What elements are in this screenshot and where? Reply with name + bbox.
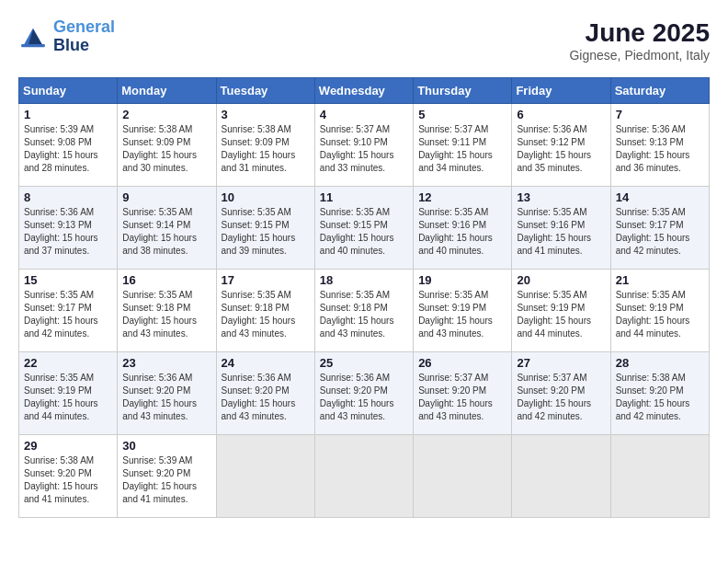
calendar-cell: 4Sunrise: 5:37 AM Sunset: 9:10 PM Daylig… — [314, 104, 413, 187]
weekday-header-saturday: Saturday — [610, 78, 709, 104]
day-number: 3 — [222, 108, 310, 121]
day-info: Sunrise: 5:36 AM Sunset: 9:13 PM Dayligh… — [24, 206, 112, 258]
weekday-header-thursday: Thursday — [414, 78, 512, 104]
day-info: Sunrise: 5:35 AM Sunset: 9:18 PM Dayligh… — [222, 289, 310, 340]
calendar-cell: 8Sunrise: 5:36 AM Sunset: 9:13 PM Daylig… — [19, 187, 118, 270]
day-info: Sunrise: 5:35 AM Sunset: 9:18 PM Dayligh… — [122, 289, 210, 340]
weekday-header-tuesday: Tuesday — [216, 78, 314, 104]
day-info: Sunrise: 5:35 AM Sunset: 9:15 PM Dayligh… — [320, 206, 408, 258]
day-number: 16 — [122, 273, 210, 287]
calendar-cell: 25Sunrise: 5:36 AM Sunset: 9:20 PM Dayli… — [314, 352, 413, 435]
calendar-cell: 23Sunrise: 5:36 AM Sunset: 9:20 PM Dayli… — [118, 352, 216, 435]
day-number: 25 — [320, 356, 408, 370]
calendar-cell: 30Sunrise: 5:39 AM Sunset: 9:20 PM Dayli… — [118, 435, 216, 518]
day-info: Sunrise: 5:37 AM Sunset: 9:10 PM Dayligh… — [320, 123, 408, 175]
day-info: Sunrise: 5:35 AM Sunset: 9:19 PM Dayligh… — [517, 289, 605, 340]
day-number: 5 — [418, 108, 506, 121]
calendar-cell: 5Sunrise: 5:37 AM Sunset: 9:11 PM Daylig… — [414, 104, 512, 187]
calendar-cell: 17Sunrise: 5:35 AM Sunset: 9:18 PM Dayli… — [216, 270, 314, 352]
calendar-cell: 26Sunrise: 5:37 AM Sunset: 9:20 PM Dayli… — [414, 352, 512, 435]
day-number: 24 — [222, 356, 310, 370]
logo-icon — [18, 22, 48, 52]
day-info: Sunrise: 5:38 AM Sunset: 9:09 PM Dayligh… — [122, 123, 210, 175]
calendar-cell: 3Sunrise: 5:38 AM Sunset: 9:09 PM Daylig… — [216, 104, 314, 187]
calendar-cell: 27Sunrise: 5:37 AM Sunset: 9:20 PM Dayli… — [512, 352, 610, 435]
day-number: 14 — [616, 190, 704, 204]
logo-text: GeneralBlue — [53, 18, 115, 55]
calendar-cell — [216, 435, 314, 518]
day-number: 29 — [24, 439, 112, 453]
calendar-cell — [414, 435, 512, 518]
location: Gignese, Piedmont, Italy — [569, 48, 710, 63]
day-info: Sunrise: 5:37 AM Sunset: 9:20 PM Dayligh… — [418, 372, 506, 423]
day-number: 17 — [222, 273, 310, 287]
calendar-cell: 7Sunrise: 5:36 AM Sunset: 9:13 PM Daylig… — [610, 104, 709, 187]
day-number: 18 — [320, 273, 408, 287]
day-number: 4 — [320, 108, 408, 121]
day-info: Sunrise: 5:36 AM Sunset: 9:20 PM Dayligh… — [122, 372, 210, 423]
day-info: Sunrise: 5:35 AM Sunset: 9:16 PM Dayligh… — [517, 206, 605, 258]
calendar-week-5: 29Sunrise: 5:38 AM Sunset: 9:20 PM Dayli… — [19, 435, 710, 518]
day-info: Sunrise: 5:35 AM Sunset: 9:17 PM Dayligh… — [616, 206, 704, 258]
day-number: 26 — [418, 356, 506, 370]
day-number: 8 — [24, 190, 112, 204]
calendar-cell: 1Sunrise: 5:39 AM Sunset: 9:08 PM Daylig… — [19, 104, 118, 187]
day-info: Sunrise: 5:35 AM Sunset: 9:19 PM Dayligh… — [418, 289, 506, 340]
calendar-week-2: 8Sunrise: 5:36 AM Sunset: 9:13 PM Daylig… — [19, 187, 710, 270]
calendar-table: SundayMondayTuesdayWednesdayThursdayFrid… — [18, 77, 710, 518]
day-info: Sunrise: 5:37 AM Sunset: 9:20 PM Dayligh… — [517, 372, 605, 423]
calendar-week-3: 15Sunrise: 5:35 AM Sunset: 9:17 PM Dayli… — [19, 270, 710, 352]
day-number: 1 — [24, 108, 112, 121]
calendar-week-1: 1Sunrise: 5:39 AM Sunset: 9:08 PM Daylig… — [19, 104, 710, 187]
calendar-cell: 10Sunrise: 5:35 AM Sunset: 9:15 PM Dayli… — [216, 187, 314, 270]
calendar-cell: 21Sunrise: 5:35 AM Sunset: 9:19 PM Dayli… — [610, 270, 709, 352]
svg-rect-2 — [21, 44, 45, 47]
day-number: 9 — [122, 190, 210, 204]
calendar-cell: 29Sunrise: 5:38 AM Sunset: 9:20 PM Dayli… — [19, 435, 118, 518]
calendar-cell: 2Sunrise: 5:38 AM Sunset: 9:09 PM Daylig… — [118, 104, 216, 187]
month-title: June 2025 — [569, 18, 710, 48]
calendar-cell: 9Sunrise: 5:35 AM Sunset: 9:14 PM Daylig… — [118, 187, 216, 270]
calendar-cell: 18Sunrise: 5:35 AM Sunset: 9:18 PM Dayli… — [314, 270, 413, 352]
page-header: GeneralBlue June 2025 Gignese, Piedmont,… — [18, 18, 710, 63]
calendar-header-row: SundayMondayTuesdayWednesdayThursdayFrid… — [19, 78, 710, 104]
day-number: 10 — [222, 190, 310, 204]
title-block: June 2025 Gignese, Piedmont, Italy — [569, 18, 710, 63]
calendar-cell — [610, 435, 709, 518]
day-number: 20 — [517, 273, 605, 287]
day-number: 7 — [616, 108, 704, 121]
calendar-cell: 12Sunrise: 5:35 AM Sunset: 9:16 PM Dayli… — [414, 187, 512, 270]
day-info: Sunrise: 5:35 AM Sunset: 9:14 PM Dayligh… — [122, 206, 210, 258]
calendar-cell: 22Sunrise: 5:35 AM Sunset: 9:19 PM Dayli… — [19, 352, 118, 435]
day-number: 21 — [616, 273, 704, 287]
day-info: Sunrise: 5:36 AM Sunset: 9:12 PM Dayligh… — [517, 123, 605, 175]
weekday-header-monday: Monday — [118, 78, 216, 104]
calendar-cell: 28Sunrise: 5:38 AM Sunset: 9:20 PM Dayli… — [610, 352, 709, 435]
day-number: 22 — [24, 356, 112, 370]
day-number: 28 — [616, 356, 704, 370]
day-info: Sunrise: 5:39 AM Sunset: 9:20 PM Dayligh… — [122, 454, 210, 506]
day-info: Sunrise: 5:39 AM Sunset: 9:08 PM Dayligh… — [24, 123, 112, 175]
day-number: 19 — [418, 273, 506, 287]
day-info: Sunrise: 5:35 AM Sunset: 9:17 PM Dayligh… — [24, 289, 112, 340]
calendar-cell: 11Sunrise: 5:35 AM Sunset: 9:15 PM Dayli… — [314, 187, 413, 270]
day-number: 13 — [517, 190, 605, 204]
calendar-cell: 16Sunrise: 5:35 AM Sunset: 9:18 PM Dayli… — [118, 270, 216, 352]
day-number: 2 — [122, 108, 210, 121]
calendar-cell: 24Sunrise: 5:36 AM Sunset: 9:20 PM Dayli… — [216, 352, 314, 435]
calendar-cell — [512, 435, 610, 518]
calendar-cell: 14Sunrise: 5:35 AM Sunset: 9:17 PM Dayli… — [610, 187, 709, 270]
day-info: Sunrise: 5:35 AM Sunset: 9:18 PM Dayligh… — [320, 289, 408, 340]
weekday-header-sunday: Sunday — [19, 78, 118, 104]
calendar-cell: 15Sunrise: 5:35 AM Sunset: 9:17 PM Dayli… — [19, 270, 118, 352]
calendar-cell: 13Sunrise: 5:35 AM Sunset: 9:16 PM Dayli… — [512, 187, 610, 270]
calendar-cell: 20Sunrise: 5:35 AM Sunset: 9:19 PM Dayli… — [512, 270, 610, 352]
day-info: Sunrise: 5:36 AM Sunset: 9:20 PM Dayligh… — [320, 372, 408, 423]
day-number: 23 — [122, 356, 210, 370]
calendar-cell: 19Sunrise: 5:35 AM Sunset: 9:19 PM Dayli… — [414, 270, 512, 352]
day-number: 15 — [24, 273, 112, 287]
day-number: 27 — [517, 356, 605, 370]
logo: GeneralBlue — [18, 18, 115, 55]
day-number: 30 — [122, 439, 210, 453]
day-number: 6 — [517, 108, 605, 121]
